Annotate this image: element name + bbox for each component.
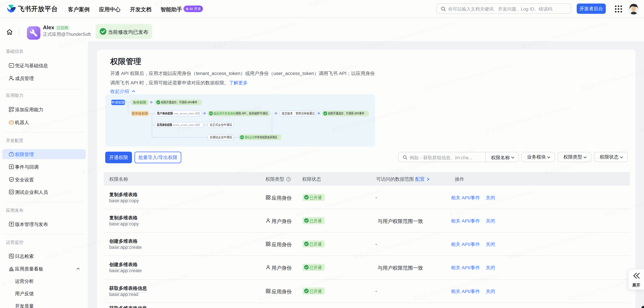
svg-text:?: ? <box>288 178 289 181</box>
svg-text:黄家欣 1251 ThunderSoft Confident: 黄家欣 1251 ThunderSoft Confidential <box>640 104 644 134</box>
